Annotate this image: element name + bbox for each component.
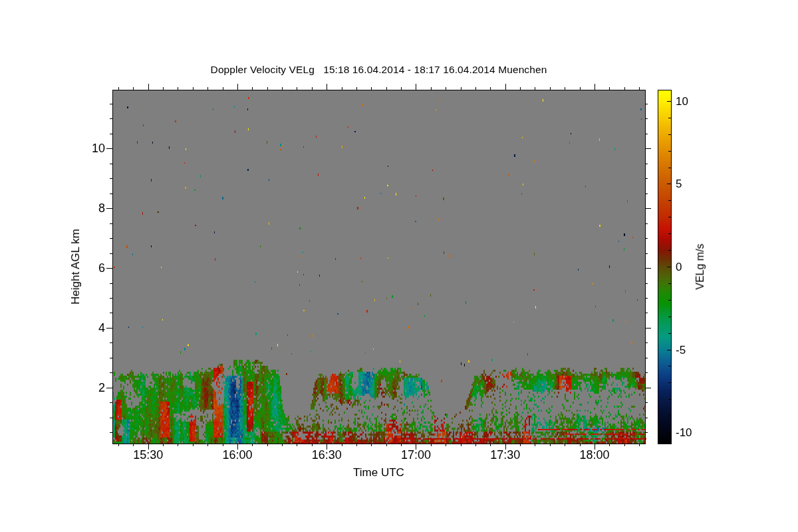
x-tick-label: 18:00 [579, 449, 609, 461]
colorbar-tick-label: 0 [676, 261, 682, 273]
colorbar-tick-label: -5 [676, 344, 686, 355]
doppler-velocity-figure: Doppler Velocity VELg 15:18 16.04.2014 -… [0, 0, 798, 532]
y-tick-label: 6 [78, 262, 105, 274]
x-tick-label: 16:00 [222, 449, 252, 461]
colorbar-tick-label: -10 [676, 427, 692, 438]
colorbar-tick-label: 10 [676, 95, 688, 106]
x-tick-label: 17:00 [401, 449, 431, 461]
colorbar-tick-label: 5 [676, 178, 682, 190]
x-axis-label: Time UTC [112, 466, 645, 479]
y-tick-label: 2 [78, 382, 105, 394]
x-tick-label: 17:30 [490, 449, 520, 461]
colorbar-label: VELg m/s [694, 243, 706, 289]
y-tick-label: 10 [78, 142, 105, 154]
chart-title: Doppler Velocity VELg 15:18 16.04.2014 -… [112, 64, 645, 76]
x-tick-label: 15:30 [133, 449, 163, 461]
x-tick-label: 16:30 [312, 449, 342, 461]
y-tick-label: 4 [78, 322, 105, 334]
y-tick-label: 8 [78, 202, 105, 214]
